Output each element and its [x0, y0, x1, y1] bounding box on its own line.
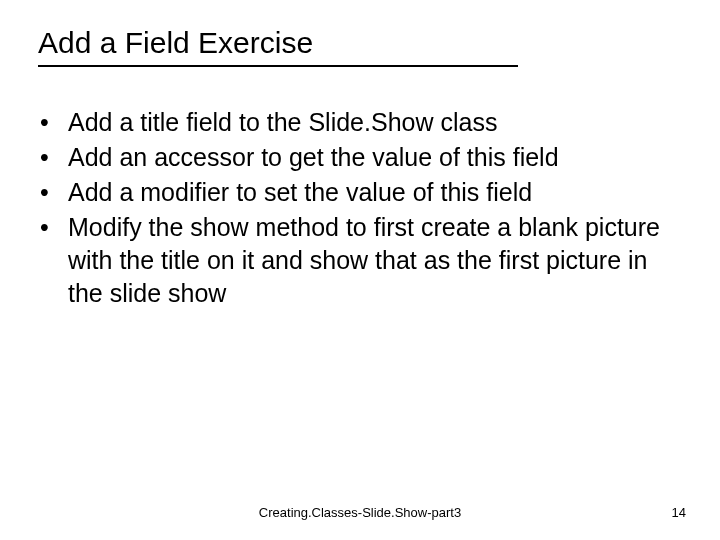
bullet-text: Add a modifier to set the value of this …	[68, 178, 532, 206]
slide-body: Add a title field to the Slide.Show clas…	[38, 106, 680, 312]
bullet-item: Modify the show method to first create a…	[38, 211, 680, 310]
bullet-item: Add an accessor to get the value of this…	[38, 141, 680, 174]
bullet-item: Add a modifier to set the value of this …	[38, 176, 680, 209]
page-number: 14	[672, 505, 686, 520]
slide: Add a Field Exercise Add a title field t…	[0, 0, 720, 540]
bullet-text: Add an accessor to get the value of this…	[68, 143, 559, 171]
bullet-text: Add a title field to the Slide.Show clas…	[68, 108, 497, 136]
slide-title: Add a Field Exercise	[38, 26, 518, 67]
bullet-list: Add a title field to the Slide.Show clas…	[38, 106, 680, 310]
bullet-item: Add a title field to the Slide.Show clas…	[38, 106, 680, 139]
bullet-text: Modify the show method to first create a…	[68, 213, 660, 307]
footer-center: Creating.Classes-Slide.Show-part3	[0, 505, 720, 520]
